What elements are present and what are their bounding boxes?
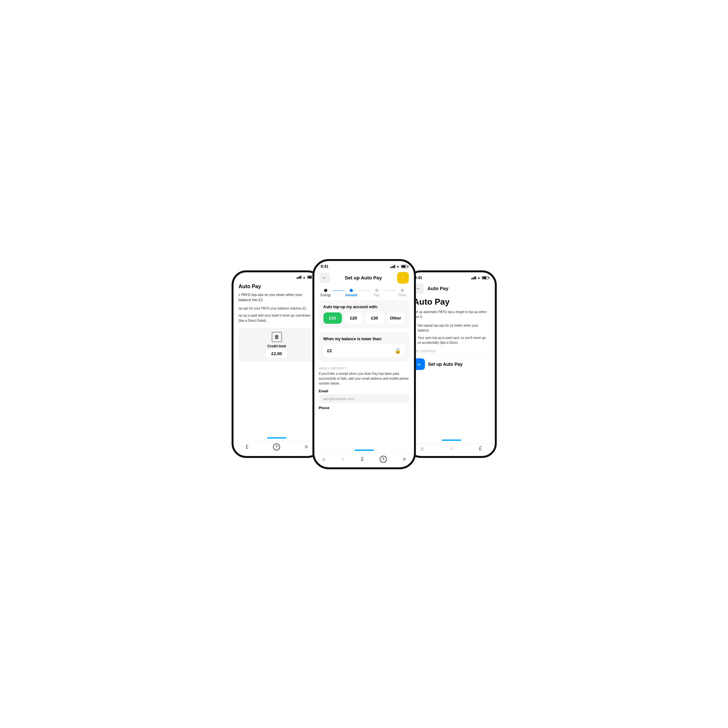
left-bottom-indicator [267, 437, 286, 439]
right-phone: 9:41 ▲ ← Auto Pay Auto Pay [406, 271, 497, 458]
left-content: Auto Pay c PAYG top-ups so you never whe… [234, 280, 320, 453]
center-status-icons: ▲ [390, 265, 407, 268]
right-back-icon: ← [416, 286, 421, 291]
email-input[interactable]: sam@example.com [319, 394, 410, 403]
right-nav-pound[interactable]: £ [479, 446, 482, 451]
center-bottom-indicator [355, 450, 374, 451]
center-nav-menu[interactable]: ≡ [403, 456, 405, 462]
right-page-title: Auto Pay [428, 286, 448, 291]
right-bottom-indicator [442, 439, 461, 441]
right-wifi-icon: ▲ [477, 276, 480, 280]
lock-icon: 🔒 [395, 348, 401, 354]
amount-10[interactable]: £10 [323, 312, 342, 324]
stepper-line-1 [332, 291, 345, 291]
infinity-glyph: ∞ [418, 362, 421, 367]
center-nav-flow[interactable]: ⁘ [341, 457, 345, 462]
center-status-bar: 9:41 ▲ [314, 261, 414, 270]
auto-pay-heading: Auto Pay [413, 297, 489, 307]
left-phone: ▲ Auto Pay c PAYG top-ups so you never w… [232, 271, 322, 458]
right-signal-icon [471, 276, 476, 280]
stepper-energy[interactable]: Energy [320, 289, 332, 297]
amount-30[interactable]: £30 [366, 312, 384, 324]
email-placeholder: sam@example.com [323, 397, 354, 401]
left-bottom-nav: £ ? ≡ [234, 441, 320, 453]
stepper-label-pay: Pay [374, 293, 379, 297]
stepper-line-3 [383, 291, 396, 291]
get-started-label: GET STARTED [413, 350, 489, 353]
stepper-label-amount: Amount [345, 293, 357, 297]
center-bottom-nav: ⌂ ⁘ £ ? ≡ [314, 453, 414, 465]
center-lightning-button[interactable]: ⚡ [397, 272, 409, 284]
check-item-1: ✓ Set repeat top-ups for yo meter when y… [413, 323, 489, 333]
phone-label: Phone [319, 406, 410, 410]
left-signal-icon [297, 275, 301, 279]
stepper-amount[interactable]: Amount [345, 289, 357, 297]
center-nav-help[interactable]: ? [380, 456, 387, 463]
setup-btn-label: Set up Auto Pay [428, 362, 463, 367]
left-nav-pound[interactable]: £ [245, 444, 248, 450]
check-text-2: Your auto top-up is paid card, so you'll… [418, 335, 489, 345]
center-nav-pound[interactable]: £ [361, 456, 364, 462]
center-header: ← Set up Auto Pay ⚡ [314, 270, 414, 286]
left-page-title: Auto Pay [239, 280, 315, 292]
check-item-2: ✓ Your auto top-up is paid card, so you'… [413, 335, 489, 345]
center-page-title: Set up Auto Pay [345, 275, 382, 280]
amount-20[interactable]: £20 [344, 312, 363, 324]
center-phone: 9:41 ▲ ← Set up Auto Pay ⚡ [312, 259, 416, 469]
email-label: Email [319, 389, 410, 393]
credit-limit-label: Credit limit [268, 344, 286, 348]
left-wifi-icon: ▲ [303, 275, 306, 279]
balance-value-row: £2 🔒 [323, 344, 405, 357]
stepper-dot-amount [350, 289, 353, 292]
right-battery-icon [482, 276, 488, 280]
stepper-pay[interactable]: Pay [370, 289, 383, 297]
center-battery-icon [401, 265, 407, 268]
trash-glyph: 🗑 [274, 334, 280, 340]
scene: ▲ Auto Pay c PAYG top-ups so you never w… [186, 259, 542, 469]
receipt-section: NEED A RECEIPT? If you'd like a receipt … [314, 364, 414, 414]
receipt-label: NEED A RECEIPT? [319, 367, 410, 370]
credit-limit-value: £2.00 [266, 349, 287, 358]
amount-other[interactable]: Other [387, 312, 405, 324]
balance-value: £2 [327, 348, 332, 353]
right-phone-content: ← Auto Pay Auto Pay Set up automatic PAY… [408, 281, 495, 453]
check-text-1: Set repeat top-ups for yo meter when you… [418, 323, 489, 333]
trash-icon[interactable]: 🗑 [272, 332, 282, 342]
center-nav-home[interactable]: ⌂ [322, 456, 325, 462]
left-list-item-1: op-ups for your PAYG your balance reache… [239, 306, 315, 311]
balance-title: When my balance is lower than: [323, 336, 405, 341]
stepper-dot-energy [324, 289, 327, 292]
topup-section: Auto top-up my account with: £10 £20 £30… [319, 300, 410, 328]
left-nav-help[interactable]: ? [273, 444, 280, 451]
stepper-label-done: Done [398, 293, 406, 297]
stepper-line-2 [358, 291, 370, 291]
stepper: Energy Amount Pay Done [314, 286, 414, 298]
center-time: 9:41 [321, 264, 329, 269]
left-description: c PAYG top-ups so you never when your ba… [239, 292, 315, 303]
stepper-dot-pay [375, 289, 378, 292]
topup-title: Auto top-up my account with: [323, 305, 405, 309]
left-nav-menu[interactable]: ≡ [305, 444, 307, 450]
receipt-description: If you'd like a receipt when your Auto P… [319, 371, 410, 386]
amount-options: £10 £20 £30 Other [323, 312, 405, 324]
right-nav-flow[interactable]: ⁘ [450, 446, 453, 451]
stepper-dot-done [401, 289, 404, 292]
left-list: op-ups for your PAYG your balance reache… [239, 306, 315, 323]
center-back-button[interactable]: ← [320, 273, 330, 283]
right-bottom-nav: ⌂ ⁘ £ [408, 444, 495, 453]
left-list-item-2: op-up is paid with your bank ll never go… [239, 313, 315, 323]
stepper-done[interactable]: Done [396, 289, 408, 297]
right-nav-home[interactable]: ⌂ [421, 446, 424, 451]
left-status-bar: ▲ [234, 272, 320, 280]
lightning-icon: ⚡ [400, 275, 406, 281]
stepper-label-energy: Energy [321, 293, 331, 297]
right-status-bar: 9:41 ▲ [408, 272, 495, 281]
center-content: ← Set up Auto Pay ⚡ Energy Amount [314, 270, 414, 465]
balance-section: When my balance is lower than: £2 🔒 [319, 332, 410, 362]
center-signal-icon [390, 265, 395, 268]
setup-autopay-button[interactable]: ∞ Set up Auto Pay [413, 358, 489, 370]
left-status-icons: ▲ [297, 275, 314, 279]
check-list: ✓ Set repeat top-ups for yo meter when y… [413, 323, 489, 345]
center-wifi-icon: ▲ [396, 265, 400, 268]
center-back-icon: ← [323, 275, 327, 280]
